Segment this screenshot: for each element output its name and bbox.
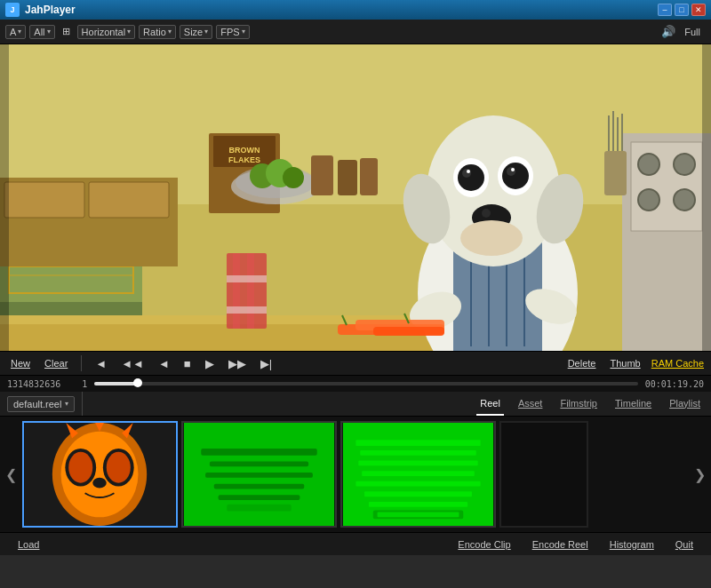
svg-rect-19	[338, 160, 357, 195]
timecode-bar: 1314832636 1 00:01:19.20	[0, 376, 711, 392]
svg-point-17	[283, 167, 304, 188]
film-items	[22, 421, 689, 528]
progress-fill	[94, 382, 138, 385]
delete-button[interactable]: Delete	[564, 356, 600, 370]
svg-rect-85	[227, 505, 292, 512]
svg-rect-8	[89, 182, 169, 218]
channel-dropdown[interactable]: A ▾	[5, 25, 26, 39]
svg-point-41	[482, 209, 491, 218]
filmstrip-prev-button[interactable]: ❮	[4, 459, 19, 490]
volume-icon: 🔊	[661, 25, 675, 38]
chevron-down-icon: ▾	[127, 28, 131, 36]
tab-reel[interactable]: Reel	[476, 393, 504, 416]
svg-rect-82	[205, 473, 313, 478]
svg-rect-62	[233, 253, 240, 329]
toolbar: A ▾ All ▾ ⊞ Horizontal ▾ Ratio ▾ Size ▾ …	[0, 20, 711, 44]
svg-rect-87	[356, 440, 480, 446]
filmstrip-item-3[interactable]	[340, 421, 496, 528]
next-button[interactable]: ▶|	[257, 355, 276, 372]
play-button[interactable]: ▶	[202, 355, 218, 372]
maximize-button[interactable]: □	[675, 4, 689, 16]
close-button[interactable]: ✕	[691, 4, 706, 16]
scrubber-handle[interactable]	[133, 378, 142, 387]
load-button[interactable]: Load	[7, 536, 50, 553]
encode-clip-button[interactable]: Encode Clip	[447, 536, 521, 553]
reel-select-area: default.reel ▾	[0, 392, 83, 416]
svg-rect-20	[360, 158, 378, 195]
tab-asset[interactable]: Asset	[515, 393, 547, 416]
svg-rect-96	[501, 423, 587, 525]
svg-rect-90	[362, 471, 475, 476]
layout-icon-btn[interactable]: ⊞	[59, 24, 74, 39]
svg-point-33	[458, 164, 484, 191]
app-icon: J	[5, 3, 20, 17]
reel-name: default.reel	[13, 399, 61, 409]
volume-control[interactable]: 🔊	[661, 25, 675, 38]
frame-counter: 1314832636 1	[7, 379, 87, 389]
svg-rect-91	[356, 481, 480, 487]
clear-button[interactable]: Clear	[41, 356, 71, 370]
quit-button[interactable]: Quit	[665, 536, 704, 553]
chevron-down-icon: ▾	[242, 28, 245, 36]
svg-rect-66	[0, 44, 9, 351]
svg-point-35	[467, 170, 470, 173]
svg-point-55	[674, 189, 695, 211]
step-forward-button[interactable]: ▶▶	[225, 355, 250, 372]
svg-point-34	[462, 169, 471, 178]
svg-rect-95	[378, 513, 459, 518]
chevron-down-icon: ▾	[47, 28, 51, 36]
title-bar: J JahPlayer – □ ✕	[0, 0, 711, 20]
svg-rect-80	[201, 449, 317, 456]
svg-rect-56	[604, 151, 627, 195]
reel-dropdown[interactable]: default.reel ▾	[7, 396, 75, 412]
histogram-button[interactable]: Histogram	[599, 536, 665, 553]
svg-point-54	[638, 189, 659, 211]
filmstrip-item-4[interactable]	[499, 421, 588, 528]
svg-point-74	[107, 452, 131, 483]
stop-button[interactable]: ■	[180, 355, 195, 372]
window-controls: – □ ✕	[658, 4, 706, 16]
svg-point-52	[638, 154, 659, 175]
svg-text:BROWN: BROWN	[229, 146, 260, 155]
minimize-button[interactable]: –	[658, 4, 672, 16]
all-dropdown[interactable]: All ▾	[29, 25, 54, 39]
svg-rect-84	[219, 495, 300, 500]
new-button[interactable]: New	[7, 356, 34, 370]
fps-dropdown[interactable]: FPS ▾	[216, 25, 249, 39]
video-player[interactable]: BROWN FLAKES	[0, 44, 711, 351]
svg-rect-63	[247, 253, 254, 329]
svg-point-37	[502, 163, 529, 189]
svg-rect-93	[369, 502, 467, 507]
svg-point-75	[92, 478, 106, 489]
svg-point-42	[460, 220, 523, 256]
prev-fast-button[interactable]: ◄	[92, 355, 110, 372]
tab-filmstrip[interactable]: Filmstrip	[556, 393, 601, 416]
svg-point-39	[511, 168, 515, 171]
horizontal-dropdown[interactable]: Horizontal ▾	[77, 25, 136, 39]
timeline-scrubber[interactable]	[94, 382, 637, 385]
chevron-down-icon: ▾	[168, 28, 172, 36]
tab-timeline[interactable]: Timeline	[611, 393, 655, 416]
size-dropdown[interactable]: Size ▾	[180, 25, 212, 39]
svg-text:FLAKES: FLAKES	[228, 155, 260, 164]
filmstrip-item-2[interactable]	[181, 421, 337, 528]
encode-reel-button[interactable]: Encode Reel	[522, 536, 599, 553]
svg-rect-47	[373, 327, 444, 336]
step-back-button[interactable]: ◄	[155, 355, 173, 372]
ram-cache-button[interactable]: RAM Cache	[651, 358, 704, 369]
svg-rect-61	[227, 253, 267, 329]
prev-button[interactable]: ◄◄	[117, 355, 148, 372]
svg-point-72	[68, 452, 92, 483]
svg-rect-92	[364, 491, 472, 497]
svg-point-38	[507, 167, 515, 176]
filmstrip-item-1[interactable]	[22, 421, 178, 528]
tab-playlist[interactable]: Playlist	[666, 393, 704, 416]
filmstrip-next-button[interactable]: ❯	[692, 459, 707, 490]
filmstrip-area: ❮	[0, 417, 711, 532]
ratio-dropdown[interactable]: Ratio ▾	[139, 25, 176, 39]
view-tabs: Reel Asset Filmstrip Timeline Playlist	[469, 392, 711, 416]
bottom-bar: Load Encode Clip Encode Reel Histogram Q…	[0, 532, 711, 555]
fullscreen-button[interactable]: Full	[679, 25, 706, 39]
thumb-button[interactable]: Thumb	[606, 356, 643, 370]
svg-rect-65	[227, 306, 267, 314]
